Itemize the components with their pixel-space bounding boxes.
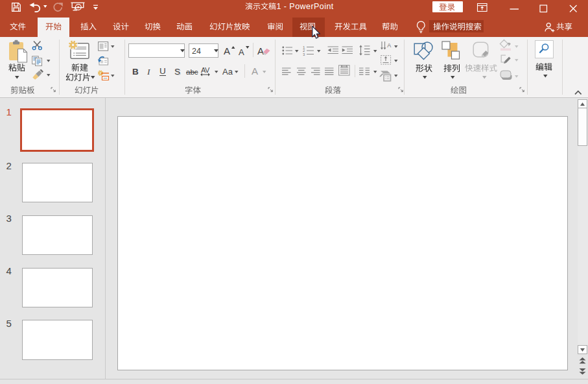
svg-text:3: 3 [303,53,305,56]
svg-text:A: A [387,42,391,49]
